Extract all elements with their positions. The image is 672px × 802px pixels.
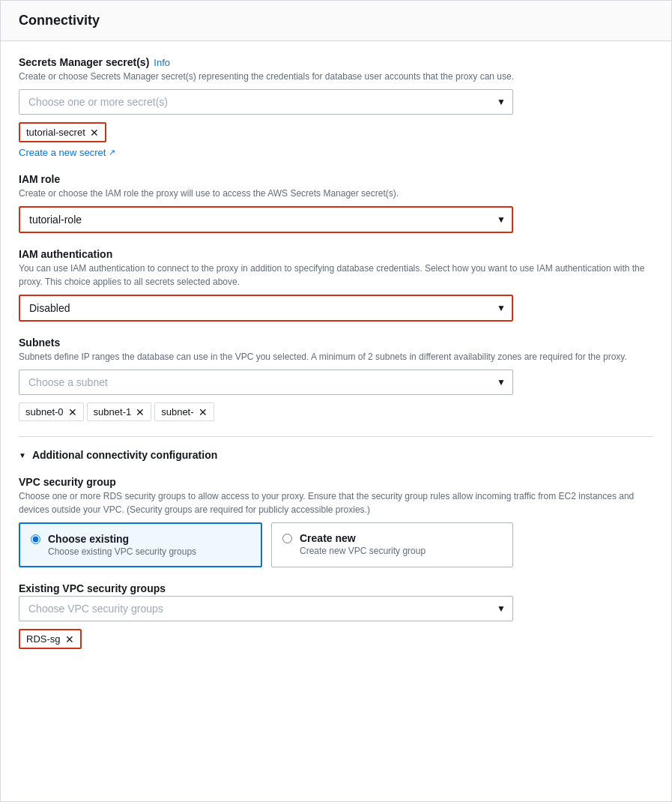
existing-vpc-select[interactable]: Choose VPC security groups bbox=[19, 596, 513, 621]
iam-auth-label: IAM authentication bbox=[19, 248, 653, 260]
page-title: Connectivity bbox=[19, 13, 653, 28]
iam-auth-description: You can use IAM authentication to connec… bbox=[19, 262, 653, 289]
vpc-security-description: Choose one or more RDS security groups t… bbox=[19, 489, 653, 516]
secrets-description: Create or choose Secrets Manager secret(… bbox=[19, 70, 653, 83]
subnet-tag-1: subnet-1 ✕ bbox=[87, 402, 152, 421]
radio-create-new-content: Create new Create new VPC security group bbox=[300, 532, 426, 556]
existing-vpc-label: Existing VPC security groups bbox=[19, 582, 653, 594]
subnets-group: Subnets Subnets define IP ranges the dat… bbox=[19, 337, 653, 421]
radio-card-choose-existing[interactable]: Choose existing Choose existing VPC secu… bbox=[19, 522, 262, 567]
secret-tag-tutorial: tutorial-secret ✕ bbox=[19, 122, 106, 142]
iam-auth-select-wrapper: Disabled Required ▼ bbox=[19, 295, 513, 322]
subnet-tag-0: subnet-0 ✕ bbox=[19, 402, 84, 421]
subnet-tag-2-close[interactable]: ✕ bbox=[199, 407, 208, 417]
secrets-select[interactable]: Choose one or more secret(s) bbox=[19, 89, 513, 115]
existing-vpc-select-container: Choose VPC security groups ▼ bbox=[19, 596, 513, 621]
radio-options: Choose existing Choose existing VPC secu… bbox=[19, 522, 513, 567]
iam-auth-group: IAM authentication You can use IAM authe… bbox=[19, 248, 653, 322]
secrets-manager-group: Secrets Manager secret(s) Info Create or… bbox=[19, 56, 653, 158]
subnets-select-container: Choose a subnet ▼ bbox=[19, 370, 513, 395]
subnets-select[interactable]: Choose a subnet bbox=[19, 370, 513, 395]
vpc-security-label: VPC security group bbox=[19, 476, 653, 488]
content-area: Secrets Manager secret(s) Info Create or… bbox=[1, 41, 671, 679]
subnets-tags: subnet-0 ✕ subnet-1 ✕ subnet- ✕ bbox=[19, 400, 653, 421]
subnet-tag-1-close[interactable]: ✕ bbox=[136, 407, 145, 417]
external-link-icon: ↗ bbox=[109, 148, 115, 157]
additional-config-section: ▼ Additional connectivity configuration … bbox=[19, 436, 653, 649]
iam-role-select[interactable]: tutorial-role bbox=[19, 206, 513, 233]
subnets-label: Subnets bbox=[19, 337, 653, 349]
radio-card-create-new[interactable]: Create new Create new VPC security group bbox=[271, 522, 513, 567]
iam-role-select-wrapper: tutorial-role ▼ bbox=[19, 206, 513, 233]
radio-choose-existing-content: Choose existing Choose existing VPC secu… bbox=[48, 533, 196, 557]
subnet-tag-0-close[interactable]: ✕ bbox=[68, 407, 77, 417]
vpc-tag-rds-sg-close[interactable]: ✕ bbox=[65, 634, 74, 645]
iam-role-group: IAM role Create or choose the IAM role t… bbox=[19, 173, 653, 233]
subnet-tag-2: subnet- ✕ bbox=[154, 402, 214, 421]
secret-tag-close[interactable]: ✕ bbox=[90, 127, 99, 138]
iam-auth-select[interactable]: Disabled Required bbox=[19, 295, 513, 322]
secrets-info-link[interactable]: Info bbox=[154, 57, 170, 68]
page-container: Connectivity Secrets Manager secret(s) I… bbox=[0, 0, 672, 802]
vpc-tag-rds-sg: RDS-sg ✕ bbox=[19, 629, 82, 649]
existing-vpc-group: Existing VPC security groups Choose VPC … bbox=[19, 582, 653, 649]
additional-config-header[interactable]: ▼ Additional connectivity configuration bbox=[19, 449, 653, 461]
subnets-description: Subnets define IP ranges the database ca… bbox=[19, 350, 653, 364]
radio-create-new[interactable] bbox=[282, 534, 292, 543]
radio-choose-existing[interactable] bbox=[31, 534, 40, 544]
iam-role-label: IAM role bbox=[19, 173, 653, 185]
existing-vpc-tags: RDS-sg ✕ bbox=[19, 626, 653, 649]
collapse-icon: ▼ bbox=[19, 451, 26, 459]
section-header: Connectivity bbox=[1, 1, 671, 41]
secrets-select-container: Choose one or more secret(s) ▼ bbox=[19, 89, 513, 115]
vpc-security-section: VPC security group Choose one or more RD… bbox=[19, 476, 653, 567]
iam-role-description: Create or choose the IAM role the proxy … bbox=[19, 187, 653, 200]
secrets-tags: tutorial-secret ✕ bbox=[19, 119, 653, 142]
secrets-manager-label: Secrets Manager secret(s) Info bbox=[19, 56, 653, 68]
create-secret-link[interactable]: Create a new secret ↗ bbox=[19, 147, 115, 158]
